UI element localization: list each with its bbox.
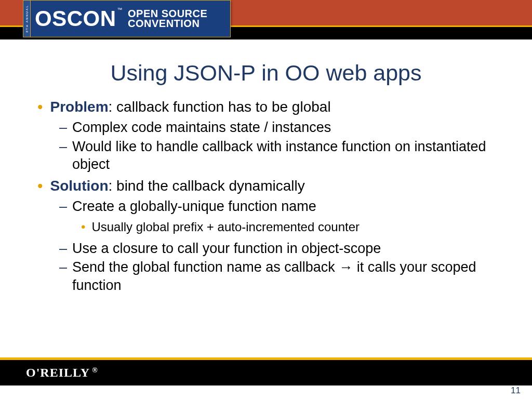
sub-item: – Send the global function name as callb… <box>59 258 506 294</box>
problem-rest: : callback function has to be global <box>109 99 331 115</box>
footer-black-bar: O'REILLY® <box>0 360 532 385</box>
dash-icon: – <box>59 197 67 216</box>
oreilly-logo: O'REILLY® <box>26 366 98 380</box>
dash-icon: – <box>59 240 67 258</box>
bullet-dot-icon: • <box>81 219 85 235</box>
bullet-solution: • Solution: bind the callback dynamicall… <box>37 177 506 195</box>
annual-text: 8TH ANNUAL <box>25 5 29 32</box>
sub-item: – Would like to handle callback with ins… <box>59 138 506 174</box>
sub-text: Send the global function name as callbac… <box>72 258 506 294</box>
footer-white-bar <box>0 385 532 399</box>
oscon-logo: 8TH ANNUAL OSCON™ OPEN SOURCE CONVENTION <box>23 0 231 37</box>
page-number: 11 <box>511 385 521 396</box>
sub2-item: • Usually global prefix + auto-increment… <box>81 219 506 235</box>
problem-label: Problem <box>50 99 109 115</box>
solution-rest: : bind the callback dynamically <box>109 178 305 194</box>
oscon-sub-line2: CONVENTION <box>128 19 207 29</box>
sub-text: Complex code maintains state / instances <box>72 118 506 137</box>
bullet-solution-text: Solution: bind the callback dynamically <box>50 177 506 195</box>
oscon-subtitle: OPEN SOURCE CONVENTION <box>128 9 207 29</box>
annual-strip: 8TH ANNUAL <box>23 1 31 37</box>
sub-item: – Create a globally-unique function name <box>59 197 506 216</box>
dash-icon: – <box>59 118 67 137</box>
slide-title: Using JSON-P in OO web apps <box>0 60 532 86</box>
slide: 8TH ANNUAL OSCON™ OPEN SOURCE CONVENTION… <box>0 0 532 399</box>
oscon-main: OSCON <box>35 6 116 31</box>
dash-icon: – <box>59 258 67 294</box>
sub2-text: Usually global prefix + auto-incremented… <box>91 219 506 235</box>
bullet-problem: • Problem: callback function has to be g… <box>37 98 506 116</box>
bullet-dot-icon: • <box>37 177 43 195</box>
dash-icon: – <box>59 138 67 174</box>
sub-item: – Complex code maintains state / instanc… <box>59 118 506 137</box>
oreilly-word: O'REILLY <box>26 366 90 379</box>
sub-text: Create a globally-unique function name <box>72 197 506 216</box>
bullet-problem-text: Problem: callback function has to be glo… <box>50 98 506 116</box>
solution-label: Solution <box>50 178 109 194</box>
slide-body: • Problem: callback function has to be g… <box>37 98 506 296</box>
slide-header: 8TH ANNUAL OSCON™ OPEN SOURCE CONVENTION <box>0 0 532 47</box>
sub-item: – Use a closure to call your function in… <box>59 240 506 258</box>
oscon-wordmark: OSCON™ <box>35 6 123 31</box>
sub-text: Use a closure to call your function in o… <box>72 240 506 258</box>
oscon-tm: ™ <box>117 7 123 12</box>
oreilly-reg: ® <box>92 366 98 374</box>
bullet-dot-icon: • <box>37 98 43 116</box>
sub-text: Would like to handle callback with insta… <box>72 138 506 174</box>
